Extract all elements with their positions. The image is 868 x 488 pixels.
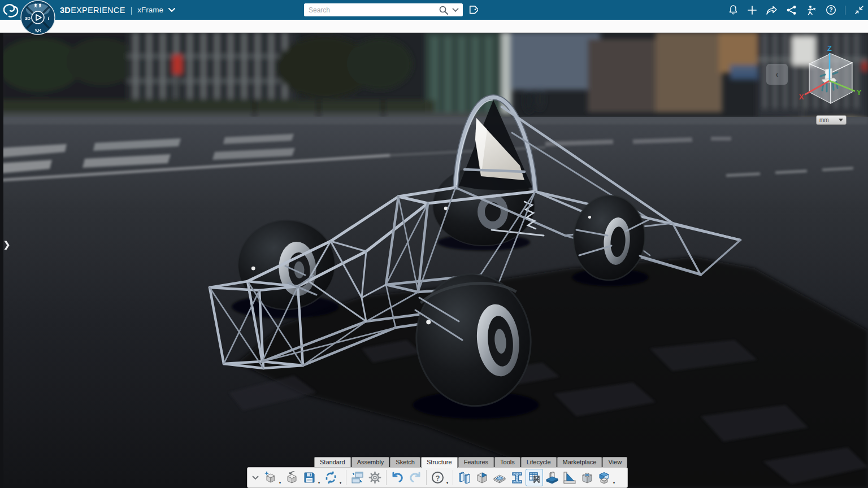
share-network-icon[interactable] bbox=[786, 5, 797, 15]
left-panel-strip bbox=[0, 32, 3, 488]
axis-y-label[interactable]: Y bbox=[857, 88, 862, 97]
save-button[interactable] bbox=[301, 469, 318, 486]
toolbar-separator bbox=[453, 470, 453, 485]
undo-button[interactable] bbox=[389, 469, 406, 486]
search-box[interactable] bbox=[304, 3, 463, 16]
tube-tool-button[interactable] bbox=[578, 469, 596, 486]
tab-assembly[interactable]: Assembly bbox=[351, 457, 390, 467]
dassault-systemes-logo bbox=[2, 2, 19, 18]
help-button[interactable]: ? bbox=[429, 469, 446, 486]
search-icon[interactable] bbox=[439, 5, 449, 15]
redo-button[interactable] bbox=[406, 469, 424, 486]
tab-view[interactable]: View bbox=[602, 457, 627, 467]
notifications-bell-icon[interactable] bbox=[728, 5, 739, 15]
tab-sketch[interactable]: Sketch bbox=[390, 457, 420, 467]
action-bar: Standard Assembly Sketch Structure Featu… bbox=[247, 456, 628, 488]
brand-3d: 3D bbox=[60, 6, 71, 15]
help-icon[interactable]: ? bbox=[826, 5, 836, 15]
toolbar: ▾ bbox=[247, 467, 628, 488]
import-export-button[interactable] bbox=[349, 469, 366, 486]
tab-marketplace[interactable]: Marketplace bbox=[557, 457, 602, 467]
user-profile-icon[interactable] bbox=[806, 5, 817, 16]
compass-vr-label[interactable]: V,R bbox=[34, 28, 41, 33]
base-plate-tool-button[interactable] bbox=[543, 469, 561, 486]
search-options-chevron-icon[interactable] bbox=[452, 8, 459, 12]
topbar-divider bbox=[845, 6, 845, 15]
smart-structure-tool-button[interactable] bbox=[596, 469, 613, 486]
tab-lifecycle[interactable]: Lifecycle bbox=[521, 457, 557, 467]
gusset-tool-button[interactable] bbox=[561, 469, 578, 486]
sub-header-strip bbox=[0, 20, 868, 33]
frame-design-tool-button[interactable] bbox=[526, 469, 543, 486]
tab-standard[interactable]: Standard bbox=[314, 457, 351, 467]
smart-structure-dropdown[interactable]: ▾ bbox=[613, 481, 617, 487]
tags-icon[interactable] bbox=[467, 5, 478, 16]
app-title: 3DEXPERIENCE | xFrame bbox=[60, 0, 176, 20]
search-input[interactable] bbox=[304, 6, 439, 14]
open-button[interactable] bbox=[283, 469, 301, 486]
panel-expander-button[interactable]: ❯ bbox=[0, 237, 14, 252]
units-value: mm bbox=[819, 117, 829, 123]
toolbar-separator bbox=[386, 470, 387, 485]
settings-button[interactable] bbox=[366, 469, 384, 486]
units-dropdown[interactable]: mm bbox=[816, 115, 847, 125]
top-bar: 3D i V,R 3DEXPERIENCE | xFrame bbox=[0, 0, 868, 20]
3d-scene[interactable] bbox=[0, 32, 868, 488]
compass-3d-label[interactable]: 3D bbox=[25, 16, 31, 21]
title-divider: | bbox=[131, 6, 133, 15]
collapse-window-icon[interactable] bbox=[854, 5, 865, 15]
help-glyph: ? bbox=[436, 474, 440, 482]
units-dropdown-arrow-icon bbox=[839, 119, 843, 121]
save-dropdown[interactable]: ▾ bbox=[318, 481, 322, 487]
axis-z-label[interactable]: Z bbox=[827, 45, 832, 53]
profile-tool-button[interactable] bbox=[508, 469, 526, 486]
help-dropdown[interactable]: ▾ bbox=[446, 481, 450, 487]
member-tool-button[interactable] bbox=[455, 469, 473, 486]
action-bar-tabs: Standard Assembly Sketch Structure Featu… bbox=[314, 456, 628, 467]
app-name[interactable]: xFrame bbox=[137, 6, 163, 14]
toolbar-separator bbox=[426, 470, 427, 485]
view-navigator-cube[interactable]: Z X Y bbox=[796, 45, 863, 117]
svg-text:?: ? bbox=[829, 6, 832, 13]
axis-x-label[interactable]: X bbox=[799, 93, 804, 101]
toolbar-separator bbox=[346, 470, 346, 485]
toolbar-collapse-chevron-icon[interactable] bbox=[250, 469, 261, 486]
tab-features[interactable]: Features bbox=[458, 457, 494, 467]
cut-member-tool-button[interactable] bbox=[473, 469, 491, 486]
share-forward-icon[interactable] bbox=[766, 5, 778, 15]
app-switcher-chevron-icon[interactable] bbox=[168, 7, 176, 12]
top-action-icons: ? bbox=[728, 0, 865, 20]
refresh-dropdown[interactable]: ▾ bbox=[340, 481, 344, 487]
new-content-dropdown[interactable]: ▾ bbox=[279, 481, 283, 487]
brand-experience: EXPERIENCE bbox=[71, 6, 125, 15]
plate-tool-button[interactable] bbox=[491, 469, 508, 486]
add-content-icon[interactable] bbox=[747, 5, 757, 15]
3dexperience-window: 3D i V,R 3DEXPERIENCE | xFrame bbox=[0, 0, 868, 488]
tab-structure[interactable]: Structure bbox=[421, 457, 458, 468]
new-content-button[interactable] bbox=[262, 469, 279, 486]
refresh-button[interactable] bbox=[322, 469, 340, 486]
3dexperience-compass[interactable]: 3D i V,R bbox=[20, 0, 56, 36]
navigator-collapse-button[interactable]: ‹ bbox=[766, 64, 788, 85]
tab-tools[interactable]: Tools bbox=[494, 457, 520, 467]
3d-viewport[interactable]: ❯ ‹ Z bbox=[0, 32, 868, 488]
